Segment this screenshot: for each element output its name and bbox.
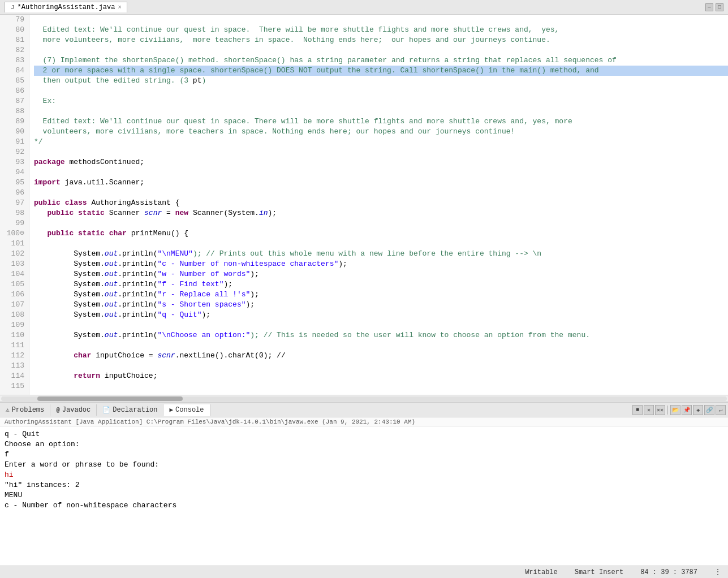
table-row xyxy=(34,167,728,178)
table-row: public static Scanner scnr = new Scanner… xyxy=(34,208,728,218)
toolbar-open-button[interactable]: 📂 xyxy=(670,405,680,415)
status-bar: Writable Smart Insert 84 : 39 : 3787 ⋮ xyxy=(0,566,728,578)
table-row: 2 or more spaces with a single space. sh… xyxy=(34,66,728,76)
tab-icon: J xyxy=(11,4,15,11)
status-insert-mode: Smart Insert xyxy=(575,568,623,576)
table-row: System.out.println("\nChoose an option:"… xyxy=(34,330,728,340)
declaration-tab-label: Declaration xyxy=(113,406,157,414)
toolbar-word-wrap-button[interactable]: ↵ xyxy=(716,405,726,415)
table-row: volunteers, more civilians, more teacher… xyxy=(34,127,728,137)
table-row: public class AuthoringAssistant { xyxy=(34,198,728,208)
table-row xyxy=(34,320,728,330)
horizontal-scrollbar[interactable] xyxy=(0,395,728,402)
table-row xyxy=(34,15,728,25)
table-row: System.out.println("\nMENU"); // Prints … xyxy=(34,249,728,259)
code-content[interactable]: Edited text: We'll continue our quest in… xyxy=(29,15,728,395)
table-row: then output the edited string. (3 pt) xyxy=(34,76,728,86)
javadoc-tab-label: Javadoc xyxy=(62,406,91,414)
table-row: System.out.println("q - Quit"); xyxy=(34,310,728,320)
table-row: Edited text: We'll continue our quest in… xyxy=(34,117,728,127)
table-row xyxy=(34,86,728,96)
table-row xyxy=(34,188,728,198)
table-row: return inputChoice; xyxy=(34,371,728,381)
status-dots: ⋮ xyxy=(714,568,721,576)
table-row: char inputChoice = scnr.nextLine().charA… xyxy=(34,351,728,361)
console-header: AuthoringAssistant [Java Application] C:… xyxy=(0,417,728,427)
table-row xyxy=(34,106,728,117)
code-area[interactable]: 7980818283848586878889909192939495969798… xyxy=(0,15,728,395)
console-line: f xyxy=(5,450,723,460)
javadoc-tab-icon: @ xyxy=(56,407,60,413)
tab-declaration[interactable]: 📄Declaration xyxy=(97,404,163,416)
console-line: c - Number of non-whitespace characters xyxy=(5,501,723,511)
table-row: Ex: xyxy=(34,96,728,106)
table-row: public static char printMenu() { xyxy=(34,228,728,239)
toolbar-stop-button[interactable]: ■ xyxy=(632,405,643,415)
table-row xyxy=(34,381,728,391)
toolbar-remove-all-button[interactable]: ✕✕ xyxy=(655,405,665,415)
console-line: Choose an option: xyxy=(5,439,723,450)
tab-javadoc[interactable]: @Javadoc xyxy=(50,404,97,416)
table-row xyxy=(34,147,728,157)
table-row xyxy=(34,340,728,351)
table-row: System.out.println("r - Replace all !'s"… xyxy=(34,290,728,300)
problems-tab-label: Problems xyxy=(12,406,45,414)
table-row: System.out.println("c - Number of non-wh… xyxy=(34,259,728,269)
table-row: System.out.println("w - Number of words"… xyxy=(34,269,728,279)
toolbar-link-button[interactable]: 🔗 xyxy=(704,405,714,415)
table-row: import java.util.Scanner; xyxy=(34,178,728,188)
problems-tab-icon: ⚠ xyxy=(6,406,10,413)
table-row xyxy=(34,361,728,371)
minimize-button[interactable]: — xyxy=(705,3,713,11)
table-row xyxy=(34,218,728,228)
tab-problems[interactable]: ⚠Problems xyxy=(0,404,50,416)
toolbar-pin-button[interactable]: 📌 xyxy=(682,405,692,415)
table-row: */ xyxy=(34,137,728,147)
status-position: 84 : 39 : 3787 xyxy=(640,568,697,576)
toolbar-close-button[interactable]: ✕ xyxy=(644,405,654,415)
tab-bar: J *AuthoringAssistant.java × — □ xyxy=(0,0,728,15)
maximize-button[interactable]: □ xyxy=(716,3,723,11)
table-row: Edited text: We'll continue our quest in… xyxy=(34,25,728,35)
table-row: System.out.println("s - Shorten spaces")… xyxy=(34,300,728,310)
console-line: q - Quit xyxy=(5,429,723,439)
editor-container: 7980818283848586878889909192939495969798… xyxy=(0,15,728,402)
toolbar-new-button[interactable]: ✚ xyxy=(693,405,703,415)
console-line: hi xyxy=(5,470,723,480)
console-line: "hi" instances: 2 xyxy=(5,480,723,490)
console-line: Enter a word or phrase to be found: xyxy=(5,460,723,470)
tab-console[interactable]: ▶Console xyxy=(163,404,210,416)
toolbar-separator xyxy=(667,406,668,415)
console-content[interactable]: q - QuitChoose an option:fEnter a word o… xyxy=(0,427,728,566)
table-row: more volunteers, more civilians, more te… xyxy=(34,35,728,45)
declaration-tab-icon: 📄 xyxy=(102,406,110,413)
bottom-panel: ⚠Problems@Javadoc📄Declaration▶Console ■✕… xyxy=(0,402,728,566)
console-tab-label: Console xyxy=(175,406,204,414)
console-line: MENU xyxy=(5,490,723,501)
console-tab-icon: ▶ xyxy=(169,406,173,413)
tab-label: *AuthoringAssistant.java xyxy=(18,3,115,11)
table-row xyxy=(34,45,728,55)
table-row xyxy=(34,239,728,249)
table-row: System.out.println("f - Find text"); xyxy=(34,279,728,290)
tab-close-icon[interactable]: × xyxy=(118,5,121,11)
editor-tab[interactable]: J *AuthoringAssistant.java × xyxy=(5,2,127,12)
line-numbers: 7980818283848586878889909192939495969798… xyxy=(0,15,29,395)
table-row: package methodsContinued; xyxy=(34,157,728,167)
status-writable: Writable xyxy=(525,568,558,576)
table-row: (7) Implement the shortenSpace() method.… xyxy=(34,55,728,66)
